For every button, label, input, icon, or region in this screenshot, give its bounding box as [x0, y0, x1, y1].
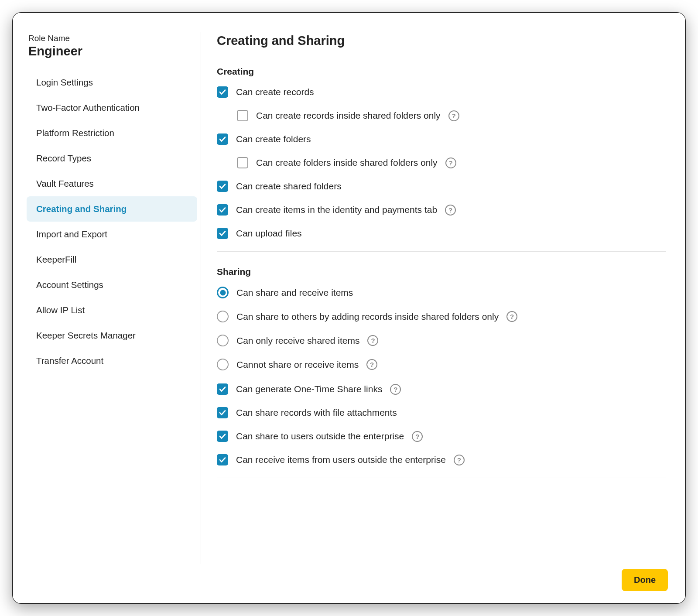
help-icon[interactable]: ?	[366, 359, 377, 370]
page-title: Creating and Sharing	[217, 34, 666, 48]
opt-label: Can share to users outside the enterpris…	[236, 431, 404, 441]
opt-can-create-shared-folders: Can create shared folders	[217, 181, 666, 192]
radio-icon[interactable]	[217, 287, 229, 298]
opt-can-create-folders-shared-only: Can create folders inside shared folders…	[237, 157, 666, 168]
opt-share-records-attachments: Can share records with file attachments	[217, 407, 666, 418]
checkbox-icon[interactable]	[217, 454, 228, 465]
opt-share-and-receive: Can share and receive items	[217, 287, 666, 298]
opt-label: Can only receive shared items	[236, 335, 359, 346]
dialog-footer: Done	[27, 564, 668, 591]
help-icon[interactable]: ?	[445, 157, 456, 168]
sidebar-item-import-export[interactable]: Import and Export	[27, 222, 197, 247]
checkbox-icon[interactable]	[217, 181, 228, 192]
checkbox-icon[interactable]	[237, 157, 248, 168]
section-title-sharing: Sharing	[217, 267, 666, 277]
opt-label: Can create folders inside shared folders…	[256, 157, 438, 168]
opt-label: Can upload files	[236, 228, 302, 239]
sidebar-item-keeperfill[interactable]: KeeperFill	[27, 247, 197, 272]
opt-only-receive: Can only receive shared items ?	[217, 335, 666, 346]
opt-share-outside-enterprise: Can share to users outside the enterpris…	[217, 431, 666, 442]
opt-can-create-records: Can create records	[217, 86, 666, 98]
opt-cannot-share-receive: Cannot share or receive items ?	[217, 359, 666, 370]
opt-label: Can create shared folders	[236, 181, 342, 192]
opt-label: Can share and receive items	[236, 287, 353, 298]
opt-label: Can create items in the identity and pay…	[236, 205, 437, 215]
section-title-creating: Creating	[217, 66, 666, 77]
sidebar-item-transfer-account[interactable]: Transfer Account	[27, 348, 197, 373]
section-divider	[217, 478, 666, 478]
radio-icon[interactable]	[217, 311, 229, 322]
opt-label: Can share to others by adding records in…	[236, 311, 499, 322]
checkbox-icon[interactable]	[217, 133, 228, 145]
checkbox-icon[interactable]	[217, 204, 228, 216]
help-icon[interactable]: ?	[412, 431, 423, 442]
opt-onetime-share-links: Can generate One-Time Share links ?	[217, 383, 666, 395]
checkbox-icon[interactable]	[217, 86, 228, 98]
sidebar-item-account-settings[interactable]: Account Settings	[27, 272, 197, 298]
sidebar-list: Login Settings Two-Factor Authentication…	[27, 70, 197, 373]
role-enforcement-dialog: Role Name Engineer Login Settings Two-Fa…	[12, 12, 686, 604]
opt-label: Can share records with file attachments	[236, 407, 397, 418]
help-icon[interactable]: ?	[367, 335, 378, 346]
checkbox-icon[interactable]	[217, 431, 228, 442]
role-kicker: Role Name	[28, 34, 197, 43]
checkbox-icon[interactable]	[237, 110, 248, 121]
sidebar-item-creating-sharing[interactable]: Creating and Sharing	[27, 196, 197, 222]
sidebar-item-login-settings[interactable]: Login Settings	[27, 70, 197, 95]
help-icon[interactable]: ?	[506, 311, 517, 322]
sidebar-item-vault-features[interactable]: Vault Features	[27, 171, 197, 196]
checkbox-icon[interactable]	[217, 228, 228, 239]
opt-label: Cannot share or receive items	[236, 359, 359, 370]
radio-icon[interactable]	[217, 359, 229, 370]
sidebar-item-record-types[interactable]: Record Types	[27, 146, 197, 171]
help-icon[interactable]: ?	[445, 205, 456, 216]
sidebar-item-two-factor[interactable]: Two-Factor Authentication	[27, 95, 197, 120]
main-panel: Creating and Sharing Creating Can create…	[217, 32, 668, 564]
opt-can-create-identity-payments: Can create items in the identity and pay…	[217, 204, 666, 216]
opt-label: Can create folders	[236, 134, 311, 144]
sidebar-item-platform-restriction[interactable]: Platform Restriction	[27, 120, 197, 146]
help-icon[interactable]: ?	[454, 455, 465, 465]
help-icon[interactable]: ?	[448, 110, 459, 121]
opt-label: Can create records inside shared folders…	[256, 110, 441, 121]
opt-share-inside-shared-only: Can share to others by adding records in…	[217, 311, 666, 322]
sidebar-item-secrets-manager[interactable]: Keeper Secrets Manager	[27, 323, 197, 348]
opt-label: Can receive items from users outside the…	[236, 455, 446, 465]
sidebar-item-allow-ip-list[interactable]: Allow IP List	[27, 298, 197, 323]
done-button[interactable]: Done	[622, 569, 668, 591]
opt-can-create-records-shared-only: Can create records inside shared folders…	[237, 110, 666, 121]
checkbox-icon[interactable]	[217, 407, 228, 418]
checkbox-icon[interactable]	[217, 383, 228, 395]
radio-icon[interactable]	[217, 335, 229, 346]
role-name: Engineer	[28, 44, 197, 58]
opt-receive-outside-enterprise: Can receive items from users outside the…	[217, 454, 666, 465]
opt-label: Can create records	[236, 87, 314, 97]
help-icon[interactable]: ?	[390, 384, 401, 395]
opt-can-create-folders: Can create folders	[217, 133, 666, 145]
section-divider	[217, 251, 666, 252]
opt-can-upload-files: Can upload files	[217, 228, 666, 239]
opt-label: Can generate One-Time Share links	[236, 384, 382, 394]
sidebar: Role Name Engineer Login Settings Two-Fa…	[27, 32, 201, 564]
